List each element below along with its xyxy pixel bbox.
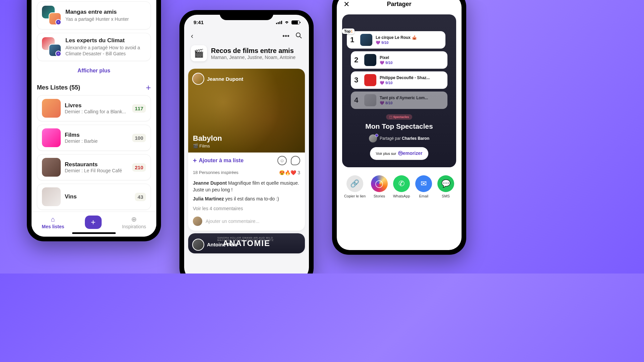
rank-item-1[interactable]: Top11Le cirque Le Roux🎪💜 9/10: [347, 31, 445, 49]
rank-item-2[interactable]: 2Pixel💜 9/10: [351, 51, 447, 69]
group-item-climat[interactable]: + Les experts du Climat Alexandre a part…: [37, 33, 151, 61]
sharer-avatar: [369, 134, 377, 142]
search-icon: [296, 32, 302, 39]
link-icon: 🔗: [346, 175, 363, 192]
group-subtitle: Alexandre a partagé How to avoid a Clima…: [65, 45, 146, 57]
rank-number: 4: [354, 96, 361, 105]
stories-icon: ◯: [371, 175, 388, 192]
reactions: 😍🔥❤️ 3: [279, 170, 300, 175]
inspired-count: 18 Personnes inspirées: [193, 170, 238, 175]
signal-icon: [276, 21, 282, 24]
share-options: 🔗Copier le lien◯Stories✆WhatsApp✉Email💬S…: [337, 170, 462, 203]
rank-title: Pixel: [380, 55, 444, 60]
add-list-button[interactable]: +: [146, 83, 151, 92]
nav-lists-tab[interactable]: ⌂ Mes listes: [42, 216, 64, 229]
list-thumb: [42, 99, 61, 118]
group-avatar-stack: +: [42, 37, 61, 57]
memorizer-prefix: Voir plus sur: [376, 152, 396, 156]
back-button[interactable]: ‹: [191, 32, 193, 41]
rank-thumb: [364, 54, 376, 66]
author-name: Jeanne Dupont: [207, 76, 243, 82]
list-item-films[interactable]: Films Dernier : Barbie 100: [37, 125, 151, 151]
nav-add-button[interactable]: +: [85, 216, 102, 229]
list-item-livres[interactable]: Livres Dernier : Calling for a Blank... …: [37, 95, 151, 121]
list-item-restaurants[interactable]: Restaurants Dernier : Le Fil Rouge Café …: [37, 154, 151, 180]
svg-line-1: [300, 37, 302, 38]
top-badge: Top1: [342, 28, 355, 34]
bottom-nav: ⌂ Mes listes + ⊕ Inspirations: [32, 212, 156, 237]
search-button[interactable]: [296, 32, 302, 41]
list-count: 100: [132, 134, 146, 142]
rank-number: 3: [354, 76, 361, 84]
rank-item-3[interactable]: 3Philippe Decouflé - Shaz...💜 9/10: [351, 71, 447, 89]
my-avatar: [193, 217, 202, 226]
share-header: ✕ Partager: [337, 0, 462, 12]
group-item-mangas[interactable]: + Mangas entre amis Yas a partagé Hunter…: [37, 1, 151, 29]
add-comment-row: Ajouter un commentaire...: [188, 213, 305, 231]
close-button[interactable]: ✕: [343, 0, 350, 9]
react-button[interactable]: ☺: [277, 156, 287, 165]
shared-by: Partagé par Charles Baron: [351, 134, 447, 142]
list-item-vins[interactable]: Vins 43: [37, 184, 151, 210]
wifi-icon: [284, 20, 289, 24]
share-sms-button[interactable]: 💬SMS: [437, 175, 454, 198]
memorizer-link[interactable]: Voir plus sur ⓜemorizer: [370, 147, 429, 160]
feed-image: Jeanne Dupont Babylon 🎬 Films: [188, 69, 305, 153]
email-icon: ✉: [415, 175, 432, 192]
comment-1: Jeanne Dupont Magnifique film et quelle …: [188, 179, 305, 194]
rank-thumb: [364, 94, 376, 106]
home-indicator: [72, 232, 116, 234]
feed-title-row: 🎬 Recos de films entre amis Maman, Jeann…: [184, 44, 309, 66]
share-stories-button[interactable]: ◯Stories: [371, 175, 388, 198]
nav-inspirations-label: Inspirations: [122, 224, 146, 229]
status-time: 9:41: [194, 19, 204, 25]
nav-lists-label: Mes listes: [42, 224, 64, 229]
feed-header: ‹ •••: [184, 28, 309, 44]
battery-icon: [291, 20, 300, 24]
add-to-list-button[interactable]: + Ajouter à ma liste: [193, 157, 244, 165]
list-subtitle: Dernier : Le Fil Rouge Café: [65, 168, 128, 173]
comment-input[interactable]: Ajouter un commentaire...: [206, 219, 300, 224]
plus-icon: +: [193, 157, 197, 165]
phone-left: Groupes (6) + + Mangas entre amis Yas a …: [27, 0, 161, 241]
memorizer-logo: ⓜemorizer: [398, 150, 422, 157]
rank-item-4[interactable]: 4Tant pis d'Aymeric Lom...💜 8/10: [351, 92, 447, 109]
rank-rating: 💜 9/10: [380, 81, 444, 85]
share-email-button[interactable]: ✉Email: [415, 175, 432, 198]
list-subtitle: Dernier : Calling for a Blank...: [65, 109, 128, 114]
share-preview-card: Top11Le cirque Le Roux🎪💜 9/102Pixel💜 9/1…: [342, 14, 456, 167]
feed-post-babylon[interactable]: Jeanne Dupont Babylon 🎬 Films + Ajouter …: [188, 69, 305, 231]
movie-title: Babylon: [193, 134, 222, 143]
show-more-groups-button[interactable]: Afficher plus: [37, 64, 151, 78]
movie-title-2: ANATOMIE: [223, 239, 270, 248]
group-avatar-stack: +: [42, 6, 61, 25]
rank-title: Le cirque Le Roux🎪: [376, 35, 442, 40]
share-whatsapp-button[interactable]: ✆WhatsApp: [393, 175, 410, 198]
share-sms-label: SMS: [442, 194, 450, 198]
rank-thumb: [364, 74, 376, 86]
view-all-comments-button[interactable]: Voir les 4 commentaires: [188, 204, 305, 213]
more-button[interactable]: •••: [282, 32, 289, 41]
comment-2: Julia Martinez yes il est dans ma to-do …: [188, 194, 305, 204]
feed-post-anatomie[interactable]: SANDRA HÜLLER SWANN ARLAUD MILO MACHADO …: [188, 233, 305, 253]
nav-inspirations-tab[interactable]: ⊕ Inspirations: [122, 215, 146, 229]
whatsapp-icon: ✆: [393, 175, 410, 192]
share-card-title: Mon Top Spectacles: [351, 122, 447, 130]
share-link-button[interactable]: 🔗Copier le lien: [344, 175, 366, 198]
rank-title: Philippe Decouflé - Shaz...: [380, 75, 444, 80]
list-thumb: [42, 158, 61, 177]
share-whatsapp-label: WhatsApp: [393, 194, 410, 198]
compass-icon: ⊕: [131, 215, 137, 223]
sms-icon: 💬: [437, 175, 454, 192]
share-stories-label: Stories: [374, 194, 385, 198]
lists-title: Mes Listes (55): [37, 84, 80, 91]
share-title: Partager: [343, 1, 455, 8]
home-icon: ⌂: [51, 216, 55, 223]
rank-title: Tant pis d'Aymeric Lom...: [380, 96, 444, 100]
svg-point-0: [296, 33, 300, 37]
comment-button[interactable]: ⠀: [291, 156, 300, 165]
clapper-icon: 🎬: [191, 45, 207, 61]
author-avatar: [192, 73, 204, 85]
rank-number: 2: [354, 56, 361, 64]
group-subtitle: Yas a partagé Hunter x Hunter: [65, 16, 146, 22]
